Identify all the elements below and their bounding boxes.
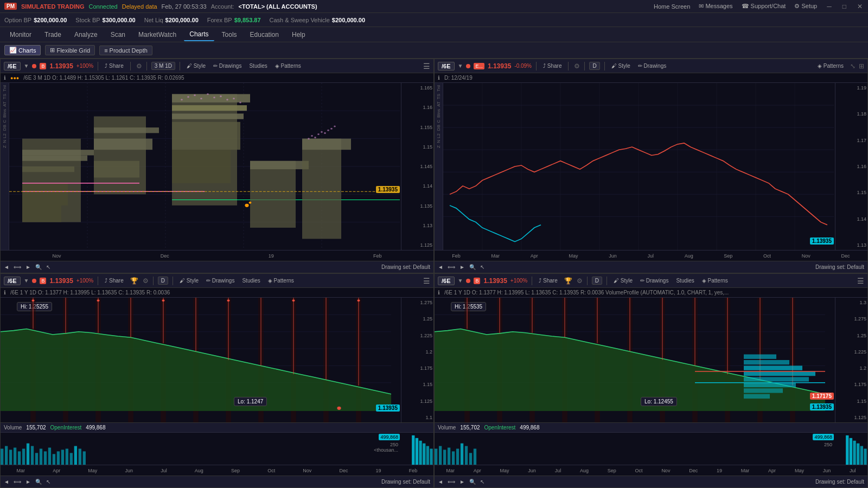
bl-symbol[interactable]: /6E (4, 277, 21, 285)
charts-tab-btn[interactable]: 📈 Charts (4, 45, 41, 55)
tl-zoom-btn[interactable]: 🔍 (35, 264, 42, 270)
bl-style-btn[interactable]: 🖌 Style (177, 277, 201, 284)
tl-style-btn[interactable]: 🖌 Style (184, 62, 208, 69)
br-chart-area[interactable]: Hi: 1.25535 (435, 298, 867, 422)
bl-studies-btn[interactable]: Studies (240, 277, 262, 284)
tr-z-label[interactable]: Z (436, 145, 441, 148)
br-settings-icon[interactable]: ⚙ (577, 277, 583, 285)
bl-share-btn[interactable]: ⤴ Share (103, 277, 125, 284)
tl-l2-label[interactable]: L2 (2, 133, 7, 138)
tl-n-label[interactable]: N (2, 140, 7, 143)
tr-cursor-icon[interactable]: ↖ (480, 264, 484, 270)
messages-link[interactable]: ✉ Messages (699, 3, 732, 10)
br-b-btn[interactable]: B (474, 278, 480, 284)
flexible-grid-btn[interactable]: ⊞ Flexible Grid (45, 45, 95, 55)
tr-symbol[interactable]: /6E (438, 62, 455, 70)
nav-tools[interactable]: Tools (216, 29, 242, 41)
tl-nav-arrows[interactable]: ⟺ (14, 264, 21, 270)
bl-nav-left[interactable]: ◄ (4, 479, 9, 485)
tr-at-label[interactable]: AT (436, 101, 441, 107)
tr-share-btn[interactable]: ⤴ Share (541, 62, 564, 69)
bl-dropdown-icon[interactable]: ▼ (24, 278, 29, 284)
tr-c-label[interactable]: C (436, 120, 441, 123)
tl-dropdown-icon[interactable]: ▼ (24, 63, 29, 69)
tr-period-btn[interactable]: D (589, 62, 599, 70)
tl-at-label[interactable]: AT (2, 101, 7, 107)
br-symbol[interactable]: /6E (438, 277, 455, 285)
home-screen-link[interactable]: Home Screen (654, 3, 690, 10)
nav-trade[interactable]: Trade (39, 29, 67, 41)
br-share-btn[interactable]: ⤴ Share (537, 277, 559, 284)
tl-nav-right[interactable]: ► (25, 264, 31, 270)
tl-ts-label[interactable]: TS (2, 94, 7, 99)
close-button[interactable]: ✕ (856, 2, 864, 11)
minimize-button[interactable]: ─ (826, 2, 833, 11)
maximize-button[interactable]: □ (841, 2, 847, 11)
support-link[interactable]: ☎ Support/Chat (742, 3, 786, 10)
nav-charts[interactable]: Charts (184, 28, 214, 41)
bl-chart-area[interactable]: Hi: 1.25255 (1, 298, 433, 422)
tr-db-label[interactable]: DB (436, 125, 441, 131)
tr-zoom-btn[interactable]: 🔍 (469, 264, 476, 270)
nav-analyze[interactable]: Analyze (69, 29, 103, 41)
tr-l2-label[interactable]: L2 (436, 133, 441, 138)
nav-help[interactable]: Help (286, 29, 311, 41)
tr-fit-icon[interactable]: ⤡ (850, 62, 856, 70)
br-style-btn[interactable]: 🖌 Style (611, 277, 635, 284)
tl-studies-btn[interactable]: Studies (247, 62, 269, 69)
br-dropdown-icon[interactable]: ▼ (458, 278, 463, 284)
bl-zoom-btn[interactable]: 🔍 (35, 479, 42, 485)
tl-settings-icon[interactable]: ⚙ (136, 62, 142, 70)
tl-b-btn[interactable]: B (40, 63, 46, 69)
tl-btns-label[interactable]: Btns (2, 109, 7, 118)
tr-style-btn[interactable]: 🖌 Style (609, 62, 633, 69)
tr-patterns-btn[interactable]: ◈ Patterns (815, 62, 846, 69)
tl-c-label[interactable]: C (2, 120, 7, 123)
tl-cursor-icon[interactable]: ↖ (46, 264, 50, 270)
tl-symbol[interactable]: /6E (4, 62, 21, 70)
tr-expand-icon[interactable]: ⊞ (859, 62, 864, 70)
nav-scan[interactable]: Scan (105, 29, 131, 41)
br-period-btn[interactable]: D (592, 277, 602, 285)
tr-nav-right[interactable]: ► (459, 264, 465, 270)
nav-monitor[interactable]: Monitor (4, 29, 37, 41)
account-value[interactable]: <TOTAL> (ALL ACCOUNTS) (239, 3, 317, 10)
bl-period-btn[interactable]: D (158, 277, 168, 285)
br-patterns-btn[interactable]: ◈ Patterns (700, 277, 730, 284)
tl-drawings-btn[interactable]: ✏ Drawings (211, 62, 244, 69)
bl-patterns-btn[interactable]: ◈ Patterns (266, 277, 296, 284)
tl-db-label[interactable]: DB (2, 125, 7, 131)
bl-drawings-btn[interactable]: ✏ Drawings (204, 277, 237, 284)
setup-link[interactable]: ⚙ Setup (794, 3, 817, 10)
tr-chart-area[interactable]: Trd TS AT Btns C DB L2 N Z (435, 83, 867, 250)
bl-cursor-icon[interactable]: ↖ (46, 479, 50, 485)
bl-settings-icon[interactable]: ⚙ (143, 277, 149, 285)
br-studies-btn[interactable]: Studies (674, 277, 696, 284)
tl-nav-left[interactable]: ◄ (4, 264, 9, 270)
tl-share-btn[interactable]: ⤴ Share (103, 62, 125, 69)
tl-menu-icon[interactable]: ☰ (423, 62, 430, 70)
tr-n-label[interactable]: N (436, 140, 441, 143)
tl-patterns-btn[interactable]: ◈ Patterns (273, 62, 303, 69)
br-menu-icon[interactable]: ☰ (857, 277, 864, 285)
br-nav-left[interactable]: ◄ (438, 479, 443, 485)
bl-nav-arrows[interactable]: ⟺ (14, 479, 21, 485)
tl-chart-area[interactable]: Trd TS AT Btns C DB L2 N Z (1, 83, 433, 250)
tl-z-label[interactable]: Z (2, 145, 7, 148)
tr-trd-label[interactable]: Trd (436, 85, 441, 92)
tr-nav-left[interactable]: ◄ (438, 264, 443, 270)
nav-education[interactable]: Education (245, 29, 284, 41)
tl-period-btn[interactable]: 3 M 1D (151, 62, 175, 70)
tr-settings-icon[interactable]: ⚙ (574, 62, 580, 70)
bl-menu-icon[interactable]: ☰ (423, 277, 430, 285)
br-cup-icon[interactable]: 🏆 (564, 277, 572, 285)
tr-btns-label[interactable]: Btns (436, 109, 441, 118)
br-nav-arrows[interactable]: ⟺ (448, 479, 455, 485)
br-nav-right[interactable]: ► (459, 479, 465, 485)
br-zoom-btn[interactable]: 🔍 (469, 479, 476, 485)
bl-b-btn[interactable]: B (40, 278, 46, 284)
bl-cup-icon[interactable]: 🏆 (130, 277, 138, 285)
br-cursor-icon[interactable]: ↖ (480, 479, 484, 485)
tr-ts-label[interactable]: TS (436, 94, 441, 99)
tr-b-btn[interactable]: E... (474, 63, 484, 69)
